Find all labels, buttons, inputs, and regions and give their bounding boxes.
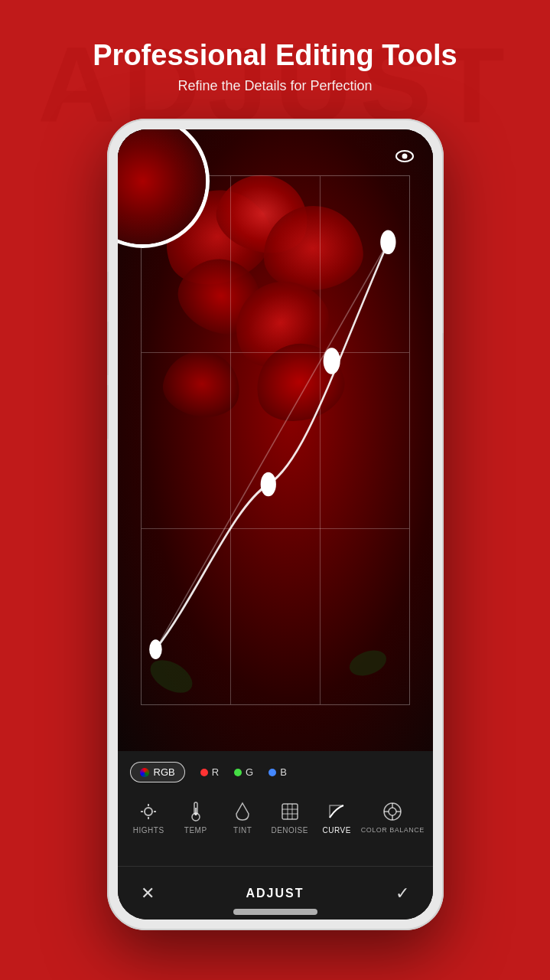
r-channel-button[interactable]: R <box>200 766 219 778</box>
svg-point-1 <box>150 641 161 658</box>
g-dot <box>234 769 242 776</box>
confirm-button[interactable]: ✓ <box>395 884 409 903</box>
curve-overlay <box>142 176 409 704</box>
highlights-icon <box>138 801 159 822</box>
color-balance-label: COLOR BALANCE <box>361 826 425 834</box>
g-label: G <box>246 766 253 778</box>
b-channel-button[interactable]: B <box>268 766 287 778</box>
color-balance-tool[interactable]: COLOR BALANCE <box>361 801 425 834</box>
curve-label: CURVE <box>323 826 351 835</box>
r-label: R <box>212 766 219 778</box>
temp-icon <box>185 801 207 822</box>
power-button[interactable] <box>442 333 444 410</box>
cancel-button[interactable]: ✕ <box>141 884 155 903</box>
tint-label: TINT <box>233 826 252 835</box>
tint-tool[interactable]: TINT <box>220 801 265 835</box>
tint-icon <box>232 801 253 822</box>
temp-label: TEMP <box>184 826 207 835</box>
curve-tool[interactable]: CURVE <box>314 801 360 835</box>
denoise-label: DENOISE <box>271 826 308 835</box>
b-dot <box>268 769 276 776</box>
svg-line-0 <box>155 242 388 649</box>
home-indicator[interactable] <box>233 909 317 915</box>
volume-up-button[interactable] <box>107 322 109 375</box>
header-section: Professional Editing Tools Refine the De… <box>0 0 550 94</box>
crop-grid <box>141 175 410 705</box>
denoise-icon <box>279 801 301 822</box>
color-balance-icon <box>382 801 403 822</box>
volume-down-button[interactable] <box>107 385 109 439</box>
svg-point-2 <box>261 473 275 495</box>
r-dot <box>200 769 208 776</box>
svg-point-7 <box>145 808 152 815</box>
preview-toggle[interactable] <box>393 145 416 168</box>
b-label: B <box>280 766 287 778</box>
volume-mute-button[interactable] <box>107 272 109 310</box>
highlights-label: HIGHTS <box>133 826 164 835</box>
svg-point-21 <box>389 808 396 815</box>
rgb-dot <box>140 768 149 777</box>
svg-point-6 <box>402 154 407 159</box>
curve-icon <box>326 801 347 822</box>
rgb-channel-button[interactable]: RGB <box>130 762 185 782</box>
temp-tool[interactable]: TEMP <box>173 801 219 835</box>
denoise-tool[interactable]: DENOISE <box>267 801 313 835</box>
svg-rect-15 <box>282 804 298 819</box>
phone-mockup: RGB R G B <box>107 119 444 930</box>
page-subtitle: Refine the Details for Perfection <box>0 78 550 94</box>
action-title: ADJUST <box>246 887 304 900</box>
rgb-label: RGB <box>154 766 175 778</box>
g-channel-button[interactable]: G <box>234 766 253 778</box>
control-bar: RGB R G B <box>118 751 433 920</box>
phone-screen: RGB R G B <box>118 129 433 920</box>
page-title: Professional Editing Tools <box>0 38 550 74</box>
tool-bar: HIGHTS TEMP <box>118 801 433 835</box>
svg-point-3 <box>324 349 339 374</box>
highlights-tool[interactable]: HIGHTS <box>125 801 171 835</box>
svg-point-4 <box>381 231 395 253</box>
phone-body: RGB R G B <box>107 119 444 930</box>
rgb-selector: RGB R G B <box>130 762 421 782</box>
